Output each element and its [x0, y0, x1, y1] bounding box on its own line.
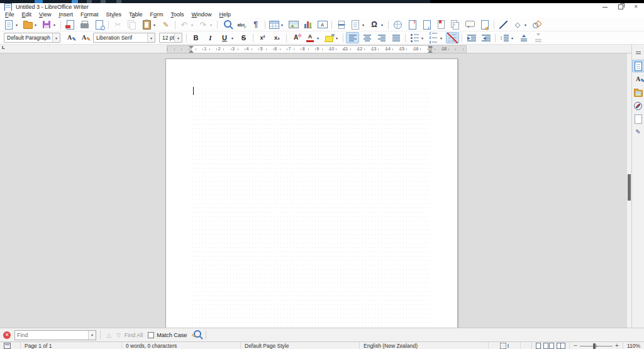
combo-arrow-icon[interactable]: ▾	[174, 33, 182, 42]
highlight-color-button[interactable]: ▾	[323, 32, 340, 43]
document-page[interactable]	[165, 58, 458, 328]
dropdown-arrow-icon[interactable]: ▾	[316, 36, 320, 40]
insert-line-button[interactable]	[497, 19, 510, 30]
page-number-status[interactable]: Page 1 of 1	[21, 342, 122, 349]
menu-format[interactable]: Format	[77, 11, 103, 18]
zoom-slider[interactable]: − +	[570, 342, 623, 349]
menu-edit[interactable]: Edit	[18, 11, 36, 18]
superscript-button[interactable]: x²	[256, 32, 269, 43]
align-left-button[interactable]	[346, 32, 359, 43]
insert-table-button[interactable]: ▾	[268, 19, 286, 30]
new-style-button[interactable]: A✎	[77, 32, 91, 43]
single-page-view-button[interactable]	[536, 343, 541, 349]
strikethrough-button[interactable]: S	[237, 32, 250, 43]
menu-help[interactable]: Help	[216, 11, 235, 18]
decrease-indent-button[interactable]	[479, 32, 492, 43]
vertical-scrollbar[interactable]	[626, 53, 631, 328]
combo-arrow-icon[interactable]: ▾	[88, 331, 96, 340]
formatting-marks-button[interactable]: ¶	[249, 19, 262, 30]
insert-cross-reference-button[interactable]	[449, 19, 462, 30]
font-size-combo[interactable]: 12 pt▾	[159, 33, 182, 43]
sidebar-tab-style-inspector[interactable]: ✎	[632, 126, 644, 138]
insert-chart-button[interactable]	[301, 19, 314, 30]
sidebar-tab-properties[interactable]	[632, 60, 644, 72]
language-status[interactable]: English (New Zealand)	[360, 342, 489, 349]
insert-text-box-button[interactable]: A	[316, 19, 329, 30]
clear-formatting-button[interactable]: A	[289, 32, 303, 43]
spelling-button[interactable]: abc✓	[235, 19, 248, 30]
status-icon-cell[interactable]	[0, 342, 21, 349]
align-right-button[interactable]	[375, 32, 388, 43]
dropdown-arrow-icon[interactable]: ▾	[152, 23, 157, 27]
sidebar-tab-gallery[interactable]	[632, 86, 644, 99]
zoom-out-icon[interactable]: −	[574, 343, 577, 349]
find-previous-button[interactable]: △	[107, 332, 111, 338]
document-view[interactable]	[0, 53, 632, 328]
dropdown-arrow-icon[interactable]: ▾	[361, 23, 365, 27]
decrease-paragraph-spacing-button[interactable]	[531, 32, 545, 43]
horizontal-ruler[interactable]: L 123456789101112131415161718	[0, 45, 632, 53]
paste-button[interactable]: ▾	[140, 19, 158, 30]
font-name-combo[interactable]: Liberation Serif▾	[93, 33, 155, 43]
export-pdf-button[interactable]	[64, 19, 77, 30]
sidebar-tab-navigator[interactable]	[632, 99, 644, 112]
update-style-button[interactable]: A✎	[63, 32, 76, 43]
menu-table[interactable]: Table	[125, 11, 147, 18]
underline-button[interactable]: U▾	[218, 32, 236, 43]
minimize-button[interactable]	[602, 7, 608, 8]
redo-button[interactable]: ↷▾	[197, 19, 214, 30]
increase-indent-button[interactable]	[465, 32, 478, 43]
unordered-list-button[interactable]: ▾	[408, 32, 426, 43]
combo-arrow-icon[interactable]: ▾	[52, 33, 60, 42]
font-color-button[interactable]: A▾	[304, 32, 321, 43]
insert-footnote-button[interactable]	[406, 19, 419, 30]
insert-page-break-button[interactable]	[335, 19, 348, 30]
zoom-in-icon[interactable]: +	[615, 343, 619, 349]
insert-special-character-button[interactable]: Ω▾	[368, 19, 386, 30]
menu-styles[interactable]: Styles	[102, 11, 125, 18]
basic-shapes-button[interactable]: ◇▾	[511, 19, 529, 30]
menu-tools[interactable]: Tools	[167, 11, 188, 18]
dropdown-arrow-icon[interactable]: ▾	[510, 36, 514, 40]
dropdown-arrow-icon[interactable]: ▾	[280, 23, 284, 27]
ordered-list-button[interactable]: ▾	[427, 32, 445, 43]
find-replace-button[interactable]	[220, 19, 233, 30]
insert-image-button[interactable]	[287, 19, 300, 30]
line-spacing-button[interactable]: ↕▾	[498, 32, 516, 43]
align-justify-button[interactable]	[389, 32, 402, 43]
zoom-slider-track[interactable]	[580, 343, 613, 349]
tab-stop-selector[interactable]: L	[2, 45, 5, 50]
bold-button[interactable]: B	[189, 32, 203, 43]
sidebar-tab-styles[interactable]: A✎	[632, 73, 644, 86]
dropdown-arrow-icon[interactable]: ▾	[230, 36, 235, 40]
menu-view[interactable]: View	[35, 11, 55, 18]
clone-formatting-button[interactable]: ✎	[159, 19, 172, 30]
dropdown-arrow-icon[interactable]: ▾	[33, 23, 38, 27]
no-list-button[interactable]	[446, 32, 459, 43]
dropdown-arrow-icon[interactable]: ▾	[523, 23, 528, 27]
zoom-level[interactable]: 110%	[623, 342, 644, 349]
dropdown-arrow-icon[interactable]: ▾	[190, 23, 194, 27]
dropdown-arrow-icon[interactable]: ▾	[52, 23, 57, 27]
dropdown-arrow-icon[interactable]: ▾	[335, 36, 339, 40]
ruler-band[interactable]: 123456789101112131415161718	[167, 45, 467, 53]
insert-endnote-button[interactable]	[420, 19, 433, 30]
insert-comment-button[interactable]	[464, 19, 477, 30]
dropdown-arrow-icon[interactable]: ▾	[14, 23, 19, 27]
dropdown-arrow-icon[interactable]: ▾	[420, 36, 425, 40]
insert-hyperlink-button[interactable]	[391, 19, 404, 30]
sidebar-tab-sidebar-settings[interactable]	[632, 47, 644, 59]
menu-form[interactable]: Form	[147, 11, 167, 18]
book-view-button[interactable]	[557, 343, 565, 349]
align-center-button[interactable]	[360, 32, 374, 43]
cut-button[interactable]: ✂	[111, 19, 125, 30]
menu-window[interactable]: Window	[188, 11, 216, 18]
restore-button[interactable]	[618, 4, 623, 9]
menu-file[interactable]: File	[1, 11, 18, 18]
print-preview-button[interactable]	[92, 19, 106, 30]
find-input-combo[interactable]: ▾	[14, 330, 96, 340]
save-button[interactable]: ▾	[40, 19, 58, 30]
zoom-slider-handle[interactable]	[593, 343, 596, 349]
find-input[interactable]	[15, 332, 88, 338]
track-changes-button[interactable]	[478, 19, 491, 30]
